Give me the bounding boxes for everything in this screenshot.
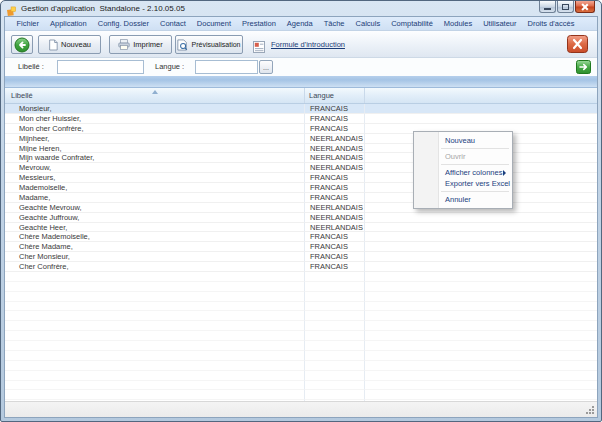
cell-filler[interactable] bbox=[365, 262, 597, 272]
table-row[interactable]: Cher Monsieur,FRANCAIS bbox=[5, 252, 597, 262]
cell-libelle[interactable]: Mijn waarde Confrater, bbox=[5, 153, 305, 163]
cell-langue[interactable]: NEERLANDAIS bbox=[305, 213, 365, 223]
menu-item-utilisateur[interactable]: Utilisateur bbox=[478, 17, 522, 30]
langue-browse-button[interactable]: ... bbox=[259, 60, 273, 74]
context-menu-item-afficher-colonnes[interactable]: Afficher colonnes bbox=[414, 167, 512, 178]
cell-libelle[interactable]: Messieurs, bbox=[5, 173, 305, 183]
menu-separator bbox=[441, 191, 509, 192]
cell-libelle[interactable]: Mijnheer, bbox=[5, 134, 305, 144]
column-header-empty bbox=[365, 88, 597, 103]
nouveau-button[interactable]: Nouveau bbox=[38, 35, 101, 54]
cell-libelle[interactable]: Cher Monsieur, bbox=[5, 252, 305, 262]
cell-langue[interactable]: FRANCAIS bbox=[305, 262, 365, 272]
cell-langue[interactable]: NEERLANDAIS bbox=[305, 153, 365, 163]
cell-langue[interactable]: FRANCAIS bbox=[305, 232, 365, 242]
cell-langue bbox=[305, 331, 365, 341]
menu-item-fichier[interactable]: Fichier bbox=[11, 17, 45, 30]
cell-langue[interactable]: NEERLANDAIS bbox=[305, 223, 365, 233]
cell-filler bbox=[365, 371, 597, 381]
cell-libelle[interactable]: Chère Mademoiselle, bbox=[5, 232, 305, 242]
cell-libelle[interactable]: Geachte Juffrouw, bbox=[5, 213, 305, 223]
cell-filler[interactable] bbox=[365, 104, 597, 114]
cell-filler[interactable] bbox=[365, 232, 597, 242]
cell-filler[interactable] bbox=[365, 252, 597, 262]
cell-langue bbox=[305, 341, 365, 351]
libelle-filter-input[interactable] bbox=[57, 60, 144, 74]
cell-langue[interactable]: FRANCAIS bbox=[305, 252, 365, 262]
langue-filter-input[interactable] bbox=[195, 60, 258, 74]
menu-item-config-dossier[interactable]: Config. Dossier bbox=[92, 17, 154, 30]
previsualisation-button[interactable]: Prévisualisation bbox=[175, 35, 243, 54]
cell-langue[interactable]: NEERLANDAIS bbox=[305, 144, 365, 154]
imprimer-label: Imprimer bbox=[133, 40, 163, 49]
close-window-button[interactable] bbox=[575, 1, 595, 13]
table-row[interactable]: Chère Madame,FRANCAIS bbox=[5, 242, 597, 252]
context-menu-item-nouveau[interactable]: Nouveau bbox=[414, 135, 512, 146]
cell-langue[interactable]: FRANCAIS bbox=[305, 114, 365, 124]
column-header-langue[interactable]: Langue bbox=[305, 88, 365, 103]
context-menu-item-annuler[interactable]: Annuler bbox=[414, 194, 512, 205]
cell-langue[interactable]: FRANCAIS bbox=[305, 124, 365, 134]
cell-langue[interactable]: FRANCAIS bbox=[305, 193, 365, 203]
context-menu-item-exporter-vers-excel[interactable]: Exporter vers Excel bbox=[414, 178, 512, 189]
minimize-button[interactable] bbox=[539, 1, 556, 13]
cell-filler[interactable] bbox=[365, 242, 597, 252]
table-row[interactable]: Mon cher Huissier,FRANCAIS bbox=[5, 114, 597, 124]
formule-introduction-link[interactable]: Formule d'introduction bbox=[271, 40, 345, 49]
cell-libelle[interactable]: Mevrouw, bbox=[5, 163, 305, 173]
cell-langue[interactable]: NEERLANDAIS bbox=[305, 163, 365, 173]
cell-libelle[interactable]: Cher Confrère, bbox=[5, 262, 305, 272]
search-go-button[interactable] bbox=[576, 60, 591, 74]
cell-libelle bbox=[5, 351, 305, 361]
cell-filler[interactable] bbox=[365, 114, 597, 124]
cell-libelle[interactable]: Mijne Heren, bbox=[5, 144, 305, 154]
menu-item-prestation[interactable]: Prestation bbox=[237, 17, 282, 30]
cell-langue[interactable]: FRANCAIS bbox=[305, 173, 365, 183]
menu-item-modules[interactable]: Modules bbox=[438, 17, 477, 30]
cell-libelle[interactable]: Geachte Mevrouw, bbox=[5, 203, 305, 213]
cell-libelle[interactable]: Mon cher Confrère, bbox=[5, 124, 305, 134]
cell-langue bbox=[305, 311, 365, 321]
cell-libelle[interactable]: Mademoiselle, bbox=[5, 183, 305, 193]
preview-magnifier-icon bbox=[177, 39, 188, 51]
cell-langue[interactable]: FRANCAIS bbox=[305, 104, 365, 114]
menu-item-calculs[interactable]: Calculs bbox=[350, 17, 386, 30]
printer-icon bbox=[118, 39, 130, 50]
close-view-button[interactable] bbox=[567, 35, 588, 53]
table-row[interactable]: Geachte Heer,NEERLANDAIS bbox=[5, 223, 597, 233]
toolbar: Nouveau Imprimer Prévisualisation bbox=[5, 31, 597, 58]
table-row bbox=[5, 361, 597, 371]
cell-libelle[interactable]: Monsieur, bbox=[5, 104, 305, 114]
status-bar bbox=[5, 401, 597, 417]
imprimer-button[interactable]: Imprimer bbox=[109, 35, 172, 54]
menu-item-droits-d-acces[interactable]: Droits d'accès bbox=[522, 17, 580, 30]
cell-filler[interactable] bbox=[365, 223, 597, 233]
column-header-libelle[interactable]: Libellé bbox=[5, 88, 305, 103]
table-row[interactable]: Monsieur,FRANCAIS bbox=[5, 104, 597, 114]
cell-langue[interactable]: NEERLANDAIS bbox=[305, 134, 365, 144]
cell-langue[interactable]: NEERLANDAIS bbox=[305, 203, 365, 213]
resize-grip[interactable] bbox=[585, 405, 595, 415]
back-button[interactable] bbox=[11, 35, 33, 54]
menu-item-agenda[interactable]: Agenda bbox=[281, 17, 318, 30]
table-row[interactable]: Chère Mademoiselle,FRANCAIS bbox=[5, 232, 597, 242]
table-row bbox=[5, 282, 597, 292]
app-window: Gestion d'application Standalone - 2.10.… bbox=[0, 0, 602, 422]
cell-libelle[interactable]: Mon cher Huissier, bbox=[5, 114, 305, 124]
menu-item-application[interactable]: Application bbox=[45, 17, 93, 30]
menu-item-tache[interactable]: Tâche bbox=[318, 17, 350, 30]
cell-libelle[interactable]: Madame, bbox=[5, 193, 305, 203]
menu-item-document[interactable]: Document bbox=[191, 17, 236, 30]
group-panel-band bbox=[5, 76, 597, 88]
cell-langue[interactable]: FRANCAIS bbox=[305, 242, 365, 252]
cell-filler[interactable] bbox=[365, 213, 597, 223]
cell-langue[interactable]: FRANCAIS bbox=[305, 183, 365, 193]
cell-libelle[interactable]: Geachte Heer, bbox=[5, 223, 305, 233]
menu-item-contact[interactable]: Contact bbox=[155, 17, 192, 30]
table-row[interactable]: Geachte Juffrouw,NEERLANDAIS bbox=[5, 213, 597, 223]
table-row[interactable]: Cher Confrère,FRANCAIS bbox=[5, 262, 597, 272]
maximize-button[interactable] bbox=[557, 1, 574, 13]
menu-item-comptabilite[interactable]: Comptabilité bbox=[386, 17, 439, 30]
app-icon[interactable] bbox=[6, 3, 17, 14]
cell-libelle[interactable]: Chère Madame, bbox=[5, 242, 305, 252]
